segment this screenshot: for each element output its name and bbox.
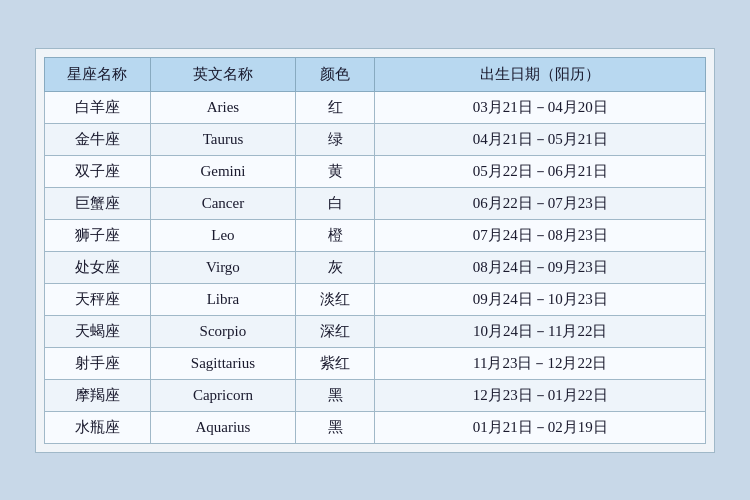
- header-zh: 星座名称: [45, 57, 151, 91]
- cell-en: Capricorn: [150, 379, 295, 411]
- cell-en: Sagittarius: [150, 347, 295, 379]
- zodiac-table-container: 星座名称 英文名称 颜色 出生日期（阳历） 白羊座Aries红03月21日－04…: [35, 48, 715, 453]
- cell-en: Leo: [150, 219, 295, 251]
- cell-color: 淡红: [296, 283, 375, 315]
- cell-en: Libra: [150, 283, 295, 315]
- cell-color: 橙: [296, 219, 375, 251]
- cell-color: 紫红: [296, 347, 375, 379]
- cell-date: 01月21日－02月19日: [375, 411, 706, 443]
- cell-en: Aquarius: [150, 411, 295, 443]
- cell-zh: 巨蟹座: [45, 187, 151, 219]
- cell-date: 06月22日－07月23日: [375, 187, 706, 219]
- cell-en: Scorpio: [150, 315, 295, 347]
- cell-zh: 天蝎座: [45, 315, 151, 347]
- table-row: 双子座Gemini黄05月22日－06月21日: [45, 155, 706, 187]
- cell-color: 红: [296, 91, 375, 123]
- table-row: 狮子座Leo橙07月24日－08月23日: [45, 219, 706, 251]
- cell-color: 绿: [296, 123, 375, 155]
- table-header-row: 星座名称 英文名称 颜色 出生日期（阳历）: [45, 57, 706, 91]
- zodiac-table: 星座名称 英文名称 颜色 出生日期（阳历） 白羊座Aries红03月21日－04…: [44, 57, 706, 444]
- cell-date: 09月24日－10月23日: [375, 283, 706, 315]
- cell-date: 11月23日－12月22日: [375, 347, 706, 379]
- table-row: 水瓶座Aquarius黑01月21日－02月19日: [45, 411, 706, 443]
- table-row: 天秤座Libra淡红09月24日－10月23日: [45, 283, 706, 315]
- cell-en: Taurus: [150, 123, 295, 155]
- cell-en: Virgo: [150, 251, 295, 283]
- cell-date: 08月24日－09月23日: [375, 251, 706, 283]
- cell-en: Cancer: [150, 187, 295, 219]
- header-en: 英文名称: [150, 57, 295, 91]
- cell-en: Gemini: [150, 155, 295, 187]
- cell-zh: 摩羯座: [45, 379, 151, 411]
- cell-date: 10月24日－11月22日: [375, 315, 706, 347]
- cell-color: 黑: [296, 411, 375, 443]
- cell-color: 黄: [296, 155, 375, 187]
- cell-zh: 处女座: [45, 251, 151, 283]
- cell-color: 白: [296, 187, 375, 219]
- table-row: 摩羯座Capricorn黑12月23日－01月22日: [45, 379, 706, 411]
- cell-zh: 天秤座: [45, 283, 151, 315]
- cell-zh: 水瓶座: [45, 411, 151, 443]
- cell-zh: 金牛座: [45, 123, 151, 155]
- header-color: 颜色: [296, 57, 375, 91]
- table-row: 射手座Sagittarius紫红11月23日－12月22日: [45, 347, 706, 379]
- cell-zh: 狮子座: [45, 219, 151, 251]
- cell-date: 12月23日－01月22日: [375, 379, 706, 411]
- cell-color: 黑: [296, 379, 375, 411]
- table-row: 白羊座Aries红03月21日－04月20日: [45, 91, 706, 123]
- cell-date: 04月21日－05月21日: [375, 123, 706, 155]
- cell-zh: 双子座: [45, 155, 151, 187]
- cell-color: 灰: [296, 251, 375, 283]
- cell-date: 07月24日－08月23日: [375, 219, 706, 251]
- table-row: 巨蟹座Cancer白06月22日－07月23日: [45, 187, 706, 219]
- cell-date: 05月22日－06月21日: [375, 155, 706, 187]
- cell-color: 深红: [296, 315, 375, 347]
- table-body: 白羊座Aries红03月21日－04月20日金牛座Taurus绿04月21日－0…: [45, 91, 706, 443]
- cell-zh: 射手座: [45, 347, 151, 379]
- cell-date: 03月21日－04月20日: [375, 91, 706, 123]
- table-row: 金牛座Taurus绿04月21日－05月21日: [45, 123, 706, 155]
- cell-zh: 白羊座: [45, 91, 151, 123]
- cell-en: Aries: [150, 91, 295, 123]
- table-row: 天蝎座Scorpio深红10月24日－11月22日: [45, 315, 706, 347]
- header-date: 出生日期（阳历）: [375, 57, 706, 91]
- table-row: 处女座Virgo灰08月24日－09月23日: [45, 251, 706, 283]
